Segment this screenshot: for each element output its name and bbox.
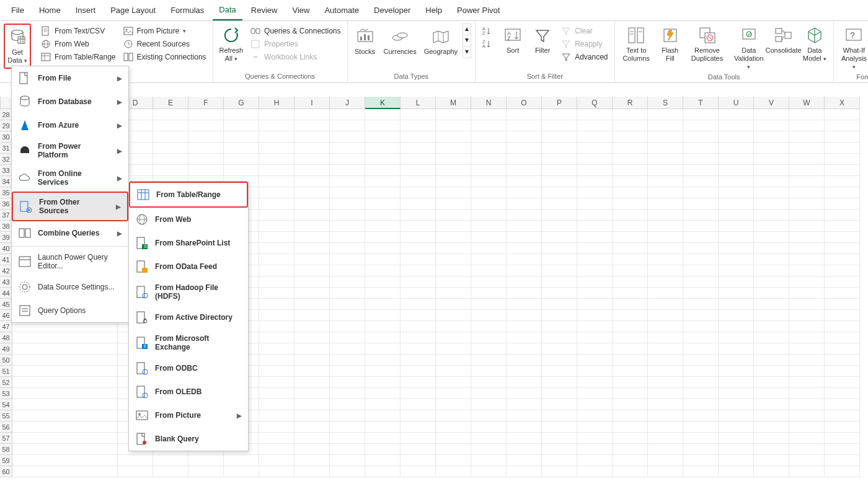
menu-from-online-services[interactable]: From Online Services▶ — [12, 164, 128, 192]
refresh-all-button[interactable]: Refresh All ▾ — [217, 24, 246, 65]
row-header-30[interactable]: 30 — [0, 131, 12, 143]
col-header-T[interactable]: T — [683, 97, 719, 109]
from-web-button[interactable]: From Web — [38, 38, 118, 50]
row-header-53[interactable]: 53 — [0, 388, 12, 399]
row-header-31[interactable]: 31 — [0, 143, 12, 154]
data-validation-button[interactable]: Data Validation ▾ — [730, 24, 767, 73]
row-header-45[interactable]: 45 — [0, 299, 12, 310]
tab-power-pivot[interactable]: Power Pivot — [451, 1, 506, 20]
col-header-O[interactable]: O — [507, 97, 542, 109]
tab-formulas[interactable]: Formulas — [164, 1, 210, 20]
row-header-58[interactable]: 58 — [0, 444, 12, 455]
col-header-X[interactable]: X — [825, 97, 860, 109]
col-header-F[interactable]: F — [188, 97, 224, 109]
menu-data-source-settings-[interactable]: Data Source Settings... — [12, 275, 128, 299]
row-header-59[interactable]: 59 — [0, 455, 12, 466]
queries-connections-button[interactable]: Queries & Connections — [248, 25, 343, 37]
row-header-36[interactable]: 36 — [0, 198, 12, 210]
col-header-I[interactable]: I — [294, 97, 330, 109]
submenu-from-picture[interactable]: From Picture▶ — [129, 404, 248, 427]
row-header-55[interactable]: 55 — [0, 410, 12, 421]
col-header-M[interactable]: M — [436, 97, 471, 109]
whatif-button[interactable]: ?What-If Analysis ▾ — [838, 24, 868, 73]
remove-duplicates-button[interactable]: Remove Duplicates — [686, 24, 728, 64]
row-header-38[interactable]: 38 — [0, 221, 12, 232]
from-picture-button[interactable]: From Picture ▾ — [121, 25, 209, 37]
submenu-from-odata-feed[interactable]: From OData Feed — [129, 255, 248, 278]
submenu-from-oledb[interactable]: From OLEDB — [129, 380, 248, 404]
tab-home[interactable]: Home — [33, 1, 67, 20]
col-header-W[interactable]: W — [789, 97, 825, 109]
from-table-range-button[interactable]: From Table/Range — [38, 51, 118, 63]
submenu-from-microsoft-exchange[interactable]: EFrom Microsoft Exchange — [129, 329, 248, 356]
row-header-60[interactable]: 60 — [0, 466, 12, 477]
row-header-43[interactable]: 43 — [0, 276, 12, 288]
submenu-from-sharepoint-list[interactable]: SFrom SharePoint List — [129, 231, 248, 255]
col-header-G[interactable]: G — [224, 97, 259, 109]
tab-developer[interactable]: Developer — [368, 1, 417, 20]
col-header-R[interactable]: R — [613, 97, 648, 109]
row-header-46[interactable]: 46 — [0, 310, 12, 321]
submenu-blank-query[interactable]: Blank Query — [129, 427, 248, 451]
submenu-from-web[interactable]: From Web — [129, 208, 248, 231]
menu-combine-queries[interactable]: Combine Queries▶ — [12, 221, 128, 245]
menu-from-database[interactable]: From Database▶ — [12, 90, 128, 113]
get-data-button[interactable]: Get Data ▾ — [4, 24, 31, 69]
submenu-from-hadoop-file-hdfs-[interactable]: From Hadoop File (HDFS) — [129, 278, 248, 306]
geography-button[interactable]: Geography — [422, 25, 460, 58]
tab-review[interactable]: Review — [245, 1, 284, 20]
row-header-40[interactable]: 40 — [0, 243, 12, 254]
row-header-35[interactable]: 35 — [0, 187, 12, 198]
col-header-H[interactable]: H — [259, 97, 294, 109]
row-header-41[interactable]: 41 — [0, 254, 12, 265]
tab-automate[interactable]: Automate — [318, 1, 365, 20]
row-header-48[interactable]: 48 — [0, 332, 12, 343]
advanced-filter-button[interactable]: Advanced — [559, 51, 610, 63]
stocks-button[interactable]: Stocks — [352, 25, 379, 58]
col-header-S[interactable]: S — [648, 97, 683, 109]
row-header-44[interactable]: 44 — [0, 288, 12, 299]
sort-button[interactable]: AZSort — [499, 24, 526, 56]
menu-launch-power-query-editor-[interactable]: Launch Power Query Editor... — [12, 248, 128, 275]
consolidate-button[interactable]: Consolidate — [769, 24, 797, 56]
menu-from-other-sources[interactable]: From Other Sources▶ — [12, 192, 128, 221]
row-header-56[interactable]: 56 — [0, 421, 12, 433]
row-header-39[interactable]: 39 — [0, 232, 12, 243]
row-header-37[interactable]: 37 — [0, 210, 12, 221]
row-header-47[interactable]: 47 — [0, 321, 12, 332]
sort-desc-button[interactable]: ZA — [479, 38, 494, 50]
tab-insert[interactable]: Insert — [69, 1, 102, 20]
menu-from-azure[interactable]: From Azure▶ — [12, 113, 128, 137]
tab-view[interactable]: View — [286, 1, 316, 20]
submenu-from-active-directory[interactable]: From Active Directory — [129, 306, 248, 329]
text-to-columns-button[interactable]: Text to Columns — [619, 24, 654, 64]
row-header-54[interactable]: 54 — [0, 399, 12, 410]
col-header-U[interactable]: U — [719, 97, 754, 109]
menu-from-power-platform[interactable]: From Power Platform▶ — [12, 137, 128, 164]
row-header-29[interactable]: 29 — [0, 120, 12, 131]
submenu-from-odbc[interactable]: From ODBC — [129, 356, 248, 380]
row-header-50[interactable]: 50 — [0, 355, 12, 366]
tab-help[interactable]: Help — [419, 1, 448, 20]
row-header-49[interactable]: 49 — [0, 343, 12, 355]
col-header-E[interactable]: E — [153, 97, 188, 109]
row-header-34[interactable]: 34 — [0, 176, 12, 187]
filter-button[interactable]: Filter — [529, 24, 556, 56]
col-header-N[interactable]: N — [471, 97, 507, 109]
col-header-V[interactable]: V — [754, 97, 789, 109]
menu-from-file[interactable]: From File▶ — [12, 66, 128, 90]
row-header-57[interactable]: 57 — [0, 433, 12, 444]
from-text-csv-button[interactable]: From Text/CSV — [38, 25, 118, 37]
menu-query-options[interactable]: Query Options — [12, 299, 128, 322]
currencies-button[interactable]: Currencies — [381, 25, 419, 58]
scroll-up-icon[interactable]: ▴ — [463, 24, 471, 35]
row-header-42[interactable]: 42 — [0, 265, 12, 276]
row-header-32[interactable]: 32 — [0, 154, 12, 165]
col-header-L[interactable]: L — [401, 97, 436, 109]
submenu-from-table-range[interactable]: From Table/Range — [129, 182, 248, 208]
data-model-button[interactable]: Data Model ▾ — [800, 24, 830, 65]
row-header-33[interactable]: 33 — [0, 165, 12, 176]
recent-sources-button[interactable]: Recent Sources — [121, 38, 209, 50]
tab-page-layout[interactable]: Page Layout — [104, 1, 162, 20]
flash-fill-button[interactable]: Flash Fill — [657, 24, 684, 64]
